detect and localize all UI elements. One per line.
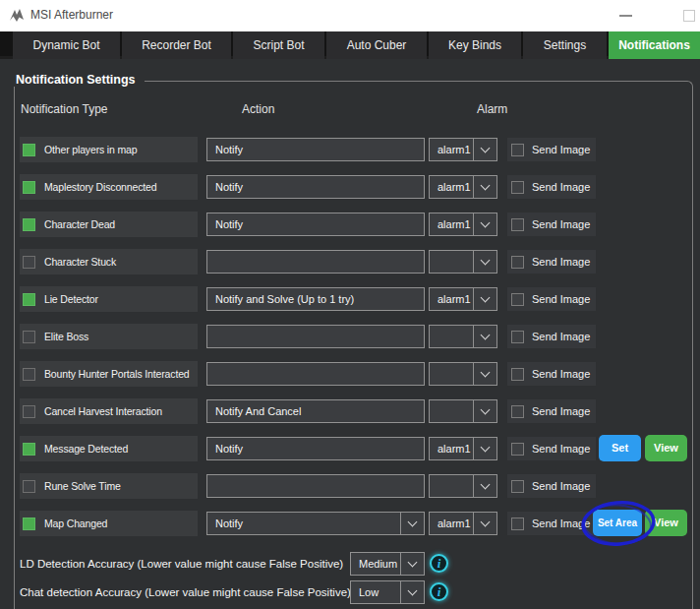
tab-notifications[interactable]: Notifications xyxy=(609,31,700,59)
info-icon[interactable]: i xyxy=(430,582,448,601)
send-image-label: Send Image xyxy=(532,480,590,492)
send-image-checkbox[interactable] xyxy=(511,293,524,306)
send-image-checkbox[interactable] xyxy=(511,144,524,156)
notification-enabled-checkbox[interactable] xyxy=(23,518,35,530)
notification-row: Character StuckSend Image xyxy=(0,250,700,274)
alarm-value: alarm1 xyxy=(438,139,471,160)
action-select[interactable]: Notify xyxy=(206,175,425,199)
notification-type-cell: Other players in map xyxy=(20,137,198,162)
notification-enabled-checkbox[interactable] xyxy=(23,368,35,381)
chevron-glyph xyxy=(481,443,491,453)
set-button[interactable]: Set xyxy=(599,435,641,461)
chevron-glyph xyxy=(481,518,491,527)
notification-type-label: Rune Solve Time xyxy=(44,480,121,492)
chevron-down-icon xyxy=(400,581,424,603)
send-image-checkbox[interactable] xyxy=(511,443,524,456)
send-image-checkbox[interactable] xyxy=(511,405,524,418)
action-select[interactable] xyxy=(206,362,425,386)
send-image-checkbox[interactable] xyxy=(511,480,524,493)
alarm-select[interactable] xyxy=(429,325,497,348)
maximize-button[interactable] xyxy=(683,10,695,22)
tab-key-binds[interactable]: Key Binds xyxy=(429,31,521,59)
chevron-glyph xyxy=(481,293,491,303)
notification-enabled-checkbox[interactable] xyxy=(23,405,35,418)
send-image-checkbox[interactable] xyxy=(511,181,524,194)
chat-detection-accuracy-value: Low xyxy=(359,581,379,603)
notification-enabled-checkbox[interactable] xyxy=(23,218,35,231)
chevron-down-icon xyxy=(473,438,496,459)
send-image-checkbox[interactable] xyxy=(511,368,524,381)
chevron-down-icon xyxy=(473,213,496,235)
alarm-select[interactable] xyxy=(429,474,497,498)
notification-type-label: Message Detected xyxy=(44,443,128,455)
chevron-glyph xyxy=(481,405,491,415)
view-button[interactable]: View xyxy=(645,510,687,536)
notification-enabled-checkbox[interactable] xyxy=(23,181,35,194)
send-image-label: Send Image xyxy=(532,331,590,342)
send-image-cell: Send Image xyxy=(507,287,596,311)
alarm-select[interactable]: alarm1 xyxy=(429,213,497,236)
notification-type-label: Lie Detector xyxy=(44,293,98,305)
notification-row: Map ChangedNotifyalarm1Send ImageSet Are… xyxy=(0,512,700,535)
tab-recorder-bot[interactable]: Recorder Bot xyxy=(122,31,231,59)
send-image-cell: Send Image xyxy=(507,325,596,348)
notification-type-label: Cancel Harvest Interaction xyxy=(44,405,162,417)
action-select[interactable]: Notify xyxy=(206,437,425,460)
action-value: Notify And Cancel xyxy=(215,400,301,422)
send-image-cell: Send Image xyxy=(507,474,596,498)
action-select[interactable] xyxy=(206,250,425,274)
notification-enabled-checkbox[interactable] xyxy=(23,331,35,343)
notification-enabled-checkbox[interactable] xyxy=(23,443,35,456)
info-icon[interactable]: i xyxy=(430,554,448,573)
alarm-value: alarm1 xyxy=(438,176,471,198)
notification-enabled-checkbox[interactable] xyxy=(23,256,35,269)
notification-row: Other players in mapNotifyalarm1Send Ima… xyxy=(0,138,700,161)
tab-dynamic-bot[interactable]: Dynamic Bot xyxy=(13,31,120,59)
notification-type-label: Character Dead xyxy=(44,218,115,230)
notification-enabled-checkbox[interactable] xyxy=(23,144,35,156)
notification-row: Rune Solve TimeSend Image xyxy=(0,474,700,498)
action-select[interactable]: Notify xyxy=(206,213,425,236)
send-image-cell: Send Image xyxy=(507,399,596,423)
send-image-checkbox[interactable] xyxy=(511,218,524,231)
alarm-value: alarm1 xyxy=(438,513,471,534)
notification-row: Character DeadNotifyalarm1Send Image xyxy=(0,213,700,236)
action-select[interactable]: Notify xyxy=(206,512,425,535)
alarm-select[interactable]: alarm1 xyxy=(429,512,497,535)
chat-detection-accuracy-select[interactable]: Low xyxy=(350,580,425,604)
alarm-select[interactable]: alarm1 xyxy=(429,175,497,199)
action-select[interactable]: Notify And Cancel xyxy=(206,399,425,423)
alarm-value: alarm1 xyxy=(438,438,471,459)
action-select[interactable] xyxy=(206,474,425,498)
ld-detection-accuracy-label: LD Detection Accuracy (Lower value might… xyxy=(20,552,343,576)
view-button[interactable]: View xyxy=(645,435,687,461)
chat-detection-accuracy-label: Chat detection Accuracy (Lower value mig… xyxy=(20,580,351,604)
send-image-checkbox[interactable] xyxy=(511,256,524,269)
alarm-select[interactable] xyxy=(429,250,497,274)
tab-script-bot[interactable]: Script Bot xyxy=(233,31,324,59)
tab-auto-cuber[interactable]: Auto Cuber xyxy=(326,31,427,59)
alarm-select[interactable] xyxy=(429,399,497,423)
notification-enabled-checkbox[interactable] xyxy=(23,293,35,306)
app-icon xyxy=(9,8,25,24)
chevron-glyph xyxy=(481,368,491,378)
notification-type-cell: Lie Detector xyxy=(20,286,198,312)
minimize-button[interactable] xyxy=(619,15,632,17)
alarm-select[interactable] xyxy=(429,362,497,386)
notification-enabled-checkbox[interactable] xyxy=(23,480,35,493)
title-bar: MSI Afterburner xyxy=(0,0,700,31)
ld-detection-accuracy-select[interactable]: Medium xyxy=(350,552,425,576)
notification-type-cell: Character Stuck xyxy=(20,249,198,274)
alarm-select[interactable]: alarm1 xyxy=(429,437,497,460)
set-area-button[interactable]: Set Area xyxy=(593,510,642,536)
action-select[interactable]: Notify and Solve (Up to 1 try) xyxy=(206,287,425,311)
alarm-select[interactable]: alarm1 xyxy=(429,287,497,311)
action-select[interactable]: Notify xyxy=(206,138,425,161)
send-image-checkbox[interactable] xyxy=(511,518,524,530)
send-image-checkbox[interactable] xyxy=(511,331,524,343)
alarm-select[interactable]: alarm1 xyxy=(429,138,497,161)
tab-settings[interactable]: Settings xyxy=(523,31,607,59)
notification-type-cell: Character Dead xyxy=(20,212,198,237)
send-image-cell: Send Image xyxy=(507,138,596,161)
action-select[interactable] xyxy=(206,325,425,348)
